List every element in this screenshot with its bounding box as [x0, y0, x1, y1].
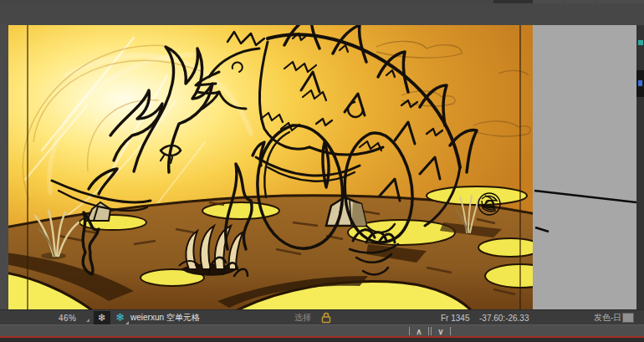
color-swatch[interactable] — [622, 313, 634, 323]
canvas-artwork — [8, 25, 533, 309]
pasteboard[interactable] — [533, 25, 636, 309]
overflow-strokes — [533, 25, 636, 309]
frame-indicator: Fr 1345 — [441, 310, 469, 325]
zoom-level[interactable]: 46% — [59, 310, 77, 325]
cursor-coordinates: -37.60:-26.33 — [479, 310, 529, 325]
statusbar: 46% ❄ ❄ weierxun 空单元格 选择 Fr 1345 -37.60:… — [0, 309, 644, 324]
tool-hint: 选择 — [294, 310, 311, 325]
separator — [409, 327, 410, 335]
zoom-dropdown-corner[interactable] — [86, 319, 89, 322]
canvas-viewport[interactable] — [8, 25, 533, 309]
collapse-up-button[interactable]: ∧ — [411, 326, 427, 337]
sliver-blue-icon — [638, 80, 642, 86]
sliver-teal-icon[interactable] — [638, 40, 643, 45]
footer-band — [0, 338, 644, 342]
separator — [428, 327, 429, 335]
toolbar-band — [0, 3, 644, 25]
color-layer-label: 发色-日 — [594, 310, 621, 325]
collapse-controls: ∧ ∨ — [409, 325, 451, 337]
freeze-cyan-glyph: ❄ — [115, 311, 125, 324]
viewport — [0, 25, 644, 309]
separator — [431, 327, 432, 335]
collapse-down-button[interactable]: ∨ — [433, 326, 448, 337]
app-window: 46% ❄ ❄ weierxun 空单元格 选择 Fr 1345 -37.60:… — [0, 0, 644, 342]
bottom-collapse-bar: ∧ ∨ — [0, 324, 644, 336]
freeze-cyan-icon[interactable]: ❄ — [112, 311, 128, 324]
separator — [450, 327, 451, 335]
current-cell-label: weierxun 空单元格 — [130, 310, 200, 325]
sliver-dark-button[interactable] — [636, 70, 644, 97]
right-panel-sliver — [636, 25, 644, 309]
left-gutter — [0, 25, 8, 309]
freeze-icon[interactable]: ❄ — [94, 311, 110, 324]
